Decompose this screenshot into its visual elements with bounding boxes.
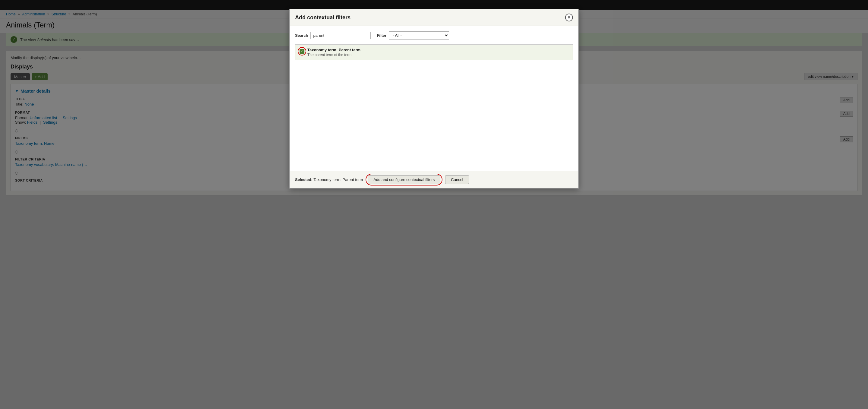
filter-label: Filter (377, 33, 386, 38)
search-group: Search (295, 32, 371, 39)
selected-text: Selected: Taxonomy term: Parent term (295, 177, 363, 182)
modal-body: Search Filter - All - (290, 26, 578, 171)
checkbox-ring (298, 47, 306, 56)
results-list: Taxonomy term: Parent term The parent te… (295, 44, 573, 60)
modal-footer: Selected: Taxonomy term: Parent term Add… (290, 171, 578, 188)
search-filter-row: Search Filter - All - (295, 31, 573, 39)
search-label: Search (295, 33, 308, 38)
cancel-button[interactable]: Cancel (445, 175, 469, 184)
item-title: Taxonomy term: Parent term (307, 48, 361, 52)
filter-select[interactable]: - All - (389, 31, 449, 39)
selected-value-text: Taxonomy term: Parent term (313, 177, 363, 182)
add-configure-button[interactable]: Add and configure contextual filters (368, 175, 440, 184)
add-configure-label: Add and configure contextual filters (373, 177, 435, 182)
modal: Add contextual filters × Search Filter -… (289, 9, 579, 188)
filter-group: Filter - All - (377, 31, 449, 39)
item-desc: The parent term of the term. (307, 53, 361, 57)
modal-header: Add contextual filters × (290, 9, 578, 26)
modal-overlay: Add contextual filters × Search Filter -… (0, 0, 868, 409)
selected-label: Selected: (295, 177, 313, 182)
checkbox-container (300, 48, 304, 54)
result-item: Taxonomy term: Parent term The parent te… (296, 45, 572, 60)
modal-close-button[interactable]: × (565, 13, 573, 22)
checkbox-styled[interactable] (300, 49, 304, 54)
search-input[interactable] (310, 32, 371, 39)
modal-title: Add contextual filters (295, 14, 350, 21)
item-text: Taxonomy term: Parent term The parent te… (307, 48, 361, 57)
